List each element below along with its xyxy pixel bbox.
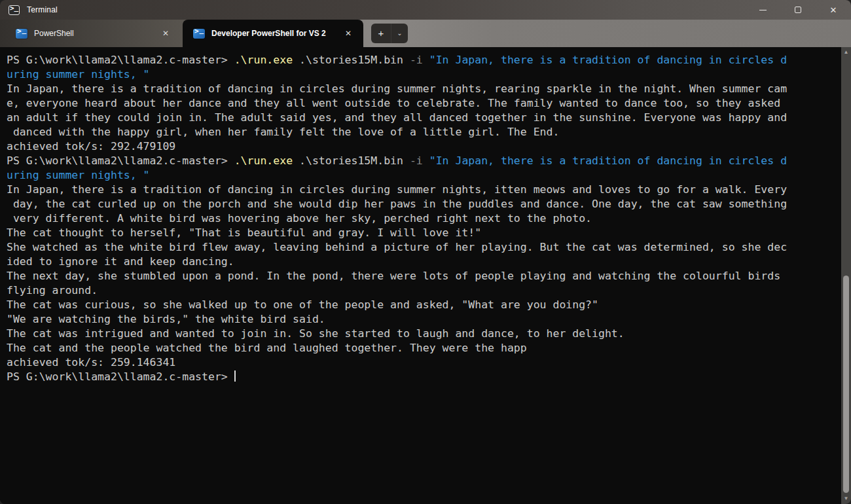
terminal-line: uring summer nights, " bbox=[7, 168, 835, 183]
terminal-line: The next day, she stumbled upon a pond. … bbox=[7, 269, 835, 283]
terminal-cursor bbox=[234, 370, 236, 382]
tab-powershell-label: PowerShell bbox=[34, 29, 160, 38]
maximize-icon bbox=[795, 7, 801, 13]
terminal-line: e, everyone heard about her dance and th… bbox=[7, 96, 835, 111]
tab-developer-powershell[interactable]: > _ Developer PowerShell for VS 2 ✕ bbox=[183, 20, 363, 47]
scrollbar: ▲ ▼ bbox=[841, 47, 851, 504]
scroll-down-icon[interactable]: ▼ bbox=[841, 494, 851, 504]
terminal-line: "We are watching the birds," the white b… bbox=[7, 312, 835, 327]
terminal-output[interactable]: PS G:\work\llama2\llama2.c-master> .\run… bbox=[0, 47, 851, 504]
title-bar: > _ Terminal ✕ bbox=[0, 0, 851, 20]
tab-bar: > _ PowerShell ✕ > _ Developer PowerShel… bbox=[0, 20, 851, 47]
terminal-icon-underscore: _ bbox=[14, 3, 18, 12]
terminal-line: flying around. bbox=[7, 283, 835, 298]
powershell-icon: > _ bbox=[16, 29, 27, 39]
tab-developer-powershell-close-icon[interactable]: ✕ bbox=[342, 27, 354, 39]
terminal-line: The cat and the people watched the bird … bbox=[7, 341, 835, 355]
close-icon: ✕ bbox=[830, 6, 837, 14]
scrollbar-thumb[interactable] bbox=[843, 276, 849, 493]
terminal-line: day, the cat curled up on the porch and … bbox=[7, 197, 835, 211]
terminal-line: achieved tok/s: 292.479109 bbox=[7, 139, 835, 154]
caption-buttons: ✕ bbox=[745, 0, 851, 20]
terminal-line: an adult if they could join in. The adul… bbox=[7, 111, 835, 125]
minimize-button[interactable] bbox=[745, 0, 780, 20]
maximize-button[interactable] bbox=[780, 0, 816, 20]
minimize-icon bbox=[759, 10, 767, 10]
terminal-line: In Japan, there is a tradition of dancin… bbox=[7, 183, 835, 197]
powershell-icon: > _ bbox=[193, 29, 205, 39]
terminal-line: very different. A white bird was hoverin… bbox=[7, 211, 835, 226]
terminal-line: In Japan, there is a tradition of dancin… bbox=[7, 82, 835, 96]
terminal-window: > _ Terminal ✕ > _ PowerShell ✕ > _ Deve… bbox=[0, 0, 851, 504]
tab-developer-powershell-label: Developer PowerShell for VS 2 bbox=[211, 29, 342, 38]
terminal-line: achieved tok/s: 259.146341 bbox=[7, 355, 835, 370]
terminal-line: uring summer nights, " bbox=[7, 67, 835, 82]
new-tab-group: + ⌄ bbox=[371, 24, 408, 43]
terminal-line: ided to ignore it and keep dancing. bbox=[7, 255, 835, 269]
window-title: Terminal bbox=[27, 5, 58, 14]
tab-dropdown-button[interactable]: ⌄ bbox=[391, 24, 408, 43]
new-tab-button[interactable]: + bbox=[371, 24, 391, 43]
scroll-up-icon[interactable]: ▲ bbox=[841, 47, 851, 58]
tab-powershell-close-icon[interactable]: ✕ bbox=[160, 27, 172, 39]
close-button[interactable]: ✕ bbox=[816, 0, 851, 20]
terminal-line: The cat thought to herself, "That is bea… bbox=[7, 226, 835, 240]
tab-powershell[interactable]: > _ PowerShell ✕ bbox=[0, 20, 181, 47]
terminal-line: The cat was curious, so she walked up to… bbox=[7, 298, 835, 312]
terminal-line: PS G:\work\llama2\llama2.c-master> .\run… bbox=[7, 53, 835, 67]
terminal-app-icon: > _ bbox=[9, 5, 20, 15]
terminal-line: The cat was intrigued and wanted to join… bbox=[7, 327, 835, 341]
terminal-line: PS G:\work\llama2\llama2.c-master> bbox=[7, 370, 835, 384]
terminal-line: PS G:\work\llama2\llama2.c-master> .\run… bbox=[7, 154, 835, 168]
terminal-line: danced with the happy girl, when her fam… bbox=[7, 125, 835, 139]
terminal-line: She watched as the white bird flew away,… bbox=[7, 240, 835, 255]
